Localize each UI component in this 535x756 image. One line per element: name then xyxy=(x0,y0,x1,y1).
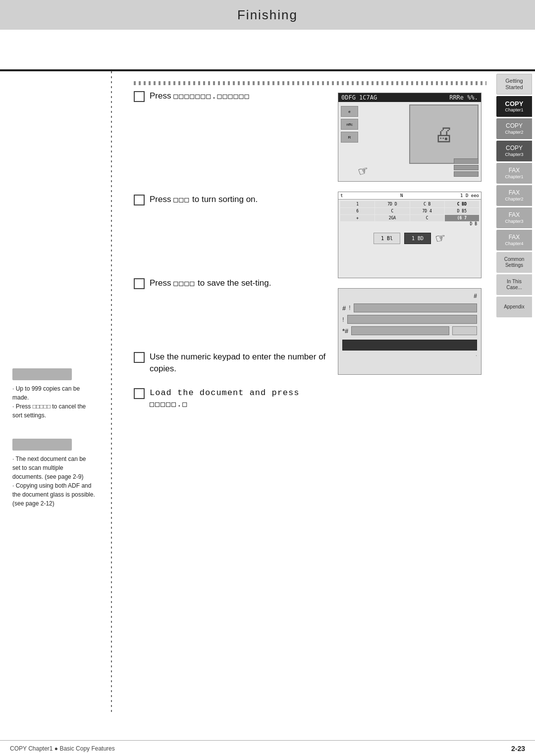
page-footer: COPY Chapter1 ● Basic Copy Features 2-23 xyxy=(0,740,535,756)
cell-2: 7D D xyxy=(375,201,409,207)
step-5-text: Load the document and press □□□□□.□ xyxy=(150,387,330,411)
screen-2-grid: 1 7D D C B C BD 6 C 7D 4 D B5 + xyxy=(338,200,481,229)
step-1-press: Press □□□□□□□.□□□□□□ xyxy=(150,91,250,101)
screen-3-dark-bar xyxy=(342,340,477,351)
tab-copy-3-sub: Chapter3 xyxy=(505,152,523,157)
note-text-1: · Up to 999 copies can be made. · Press … xyxy=(12,384,95,420)
tab-copy-2-label: COPY xyxy=(506,122,523,129)
right-sidebar: GettingStarted COPY Chapter1 COPY Chapte… xyxy=(496,71,535,715)
copier-icon: 🖨 xyxy=(434,123,454,146)
tab-copy-chapter2[interactable]: COPY Chapter2 xyxy=(496,118,532,139)
screen-3-dot: . xyxy=(342,351,477,357)
step-3-checkbox[interactable] xyxy=(134,278,145,289)
step-5-checkbox[interactable] xyxy=(134,388,145,399)
screen-3-exclaim-1: ! xyxy=(349,304,350,311)
tab-appendix-label: Appendix xyxy=(504,304,525,310)
tab-appendix[interactable]: Appendix xyxy=(496,297,532,317)
tab-fax-chapter3[interactable]: FAX Chapter3 xyxy=(496,207,532,228)
screen-1-body: e nffc R 🖨 xyxy=(338,102,481,179)
dotted-line xyxy=(111,71,112,715)
tab-fax-1-label: FAX xyxy=(509,167,520,174)
step-1-section: Press □□□□□□□.□□□□□□ xyxy=(134,90,330,102)
screen-1-tabs: e nffc R xyxy=(341,106,358,143)
tab-copy-3-label: COPY xyxy=(506,145,523,151)
step-5-row: Load the document and press □□□□□.□ xyxy=(134,387,330,411)
cell-8: D B5 xyxy=(445,208,479,214)
tab-fax-chapter1[interactable]: FAX Chapter1 xyxy=(496,163,532,184)
tab-fax-1-sub: Chapter1 xyxy=(505,174,523,180)
step-2-spacer xyxy=(134,218,330,277)
btn-1bl[interactable]: 1 Bl xyxy=(374,233,400,244)
screen-3-row-2: ! xyxy=(342,315,477,324)
cell-6: C xyxy=(375,208,409,214)
cell-12: (6 7 xyxy=(445,215,479,221)
horizontal-dots xyxy=(134,81,486,85)
screen-1-tab-r: R xyxy=(341,132,358,143)
step-1-spacer xyxy=(134,114,330,194)
note-box-2 xyxy=(12,439,72,451)
step-2-row: Press □□□ to turn sorting on. xyxy=(134,194,330,205)
tab-fax-2-sub: Chapter2 xyxy=(505,197,523,202)
cell-9: + xyxy=(340,215,374,221)
tab-getting-started-label: GettingStarted xyxy=(505,78,523,91)
screen-1-tab-nffc: nffc xyxy=(341,119,358,130)
tab-copy-2-sub: Chapter2 xyxy=(505,130,523,135)
footer-left: COPY Chapter1 ● Basic Copy Features xyxy=(10,745,115,752)
images-column: 0DFG 1C7AG RRRe %%. e nffc R xyxy=(338,90,486,423)
cell-4: C BD xyxy=(445,201,479,207)
cell-7: 7D 4 xyxy=(410,208,444,214)
step-2-checkbox[interactable] xyxy=(134,195,145,205)
step-1-checkbox[interactable] xyxy=(134,91,145,102)
step-3-section: Press □□□□ to save the set-ting. xyxy=(134,277,330,289)
screen-3-hash-top: # xyxy=(342,293,477,300)
screen-1-btn-2 xyxy=(454,165,479,170)
tab-in-this-case[interactable]: In ThisCase... xyxy=(496,274,532,295)
screen-2-header: t N 1 D eeo xyxy=(338,192,481,200)
cell-11: C xyxy=(410,215,444,221)
step-4-checkbox[interactable] xyxy=(134,352,145,363)
tab-copy-chapter3[interactable]: COPY Chapter3 xyxy=(496,141,532,161)
note-text-2: · The next document can be set to scan m… xyxy=(12,454,95,508)
screen-1-side-buttons xyxy=(454,158,479,177)
page-header: Finishing xyxy=(0,0,535,30)
cell-db: D B xyxy=(340,222,479,226)
tab-fax-3-sub: Chapter3 xyxy=(505,219,523,224)
step-3-row: Press □□□□ to save the set-ting. xyxy=(134,277,330,289)
screen-3-small-btn[interactable] xyxy=(452,326,477,335)
center-content: Press □□□□□□□.□□□□□□ Press □□□ to turn s… xyxy=(119,71,496,715)
screen-3-bottom: . xyxy=(342,340,477,357)
tab-getting-started[interactable]: GettingStarted xyxy=(496,74,532,95)
tab-fax-chapter2[interactable]: FAX Chapter2 xyxy=(496,185,532,206)
btn-1bd-selected[interactable]: 1 BD xyxy=(404,233,431,244)
cell-10: 2GA xyxy=(375,215,409,221)
tab-common-label: CommonSettings xyxy=(504,256,525,268)
screen-1-header: 0DFG 1C7AG RRRe %%. xyxy=(338,93,481,102)
screen-3-bar-1 xyxy=(354,303,477,312)
cell-1: 1 xyxy=(340,201,374,207)
tab-copy-1-label: COPY xyxy=(505,100,524,108)
step-1-row: Press □□□□□□□.□□□□□□ xyxy=(134,90,330,102)
tab-copy-chapter1[interactable]: COPY Chapter1 xyxy=(496,96,532,117)
tab-fax-4-sub: Chapter4 xyxy=(505,241,523,247)
screen-1-title: 0DFG 1C7AG xyxy=(341,94,377,101)
screen-3-hash-2: *# xyxy=(342,327,348,335)
step-2-section: Press □□□ to turn sorting on. xyxy=(134,194,330,205)
note-box-1 xyxy=(12,368,72,380)
screen-2-page: 1 D eeo xyxy=(460,193,479,198)
screen-3-bar-2 xyxy=(347,315,477,324)
step-3-spacer xyxy=(134,302,330,351)
tab-common-settings[interactable]: CommonSettings xyxy=(496,252,532,273)
copier-machine-image: 🖨 xyxy=(409,104,479,164)
notes-section: · Up to 999 copies can be made. · Press … xyxy=(5,368,99,508)
steps-images-container: Press □□□□□□□.□□□□□□ Press □□□ to turn s… xyxy=(134,90,486,423)
tab-in-this-label: In ThisCase... xyxy=(506,279,522,291)
step-4-row: Use the numeric keypad to enter the numb… xyxy=(134,351,330,375)
step-4-text: Use the numeric keypad to enter the numb… xyxy=(150,351,330,375)
tab-fax-3-label: FAX xyxy=(509,211,520,218)
screen-1-btn-1 xyxy=(454,158,479,164)
screen-2-bottom: 1 Bl 1 BD ☞ xyxy=(338,229,481,247)
tab-fax-chapter4[interactable]: FAX Chapter4 xyxy=(496,230,532,251)
hand-pointer-2: ☞ xyxy=(434,230,447,246)
screen-3-row-1: # ! xyxy=(342,303,477,312)
step-1-text: Press □□□□□□□.□□□□□□ xyxy=(150,90,330,102)
